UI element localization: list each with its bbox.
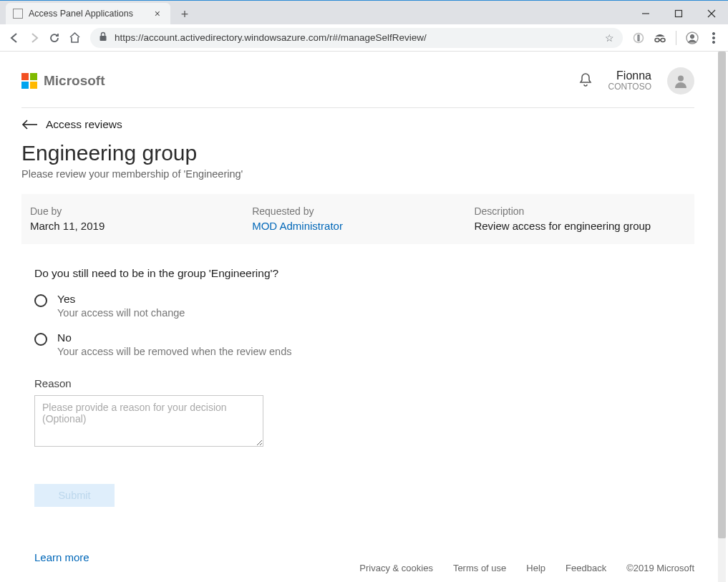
browser-tab[interactable]: Access Panel Applications ×	[6, 3, 170, 24]
option-no-title: No	[57, 331, 292, 344]
avatar[interactable]	[667, 67, 694, 94]
url-text: https://account.activedirectory.windowsa…	[115, 32, 599, 43]
option-yes-desc: Your access will not change	[57, 307, 185, 319]
option-no-desc: Your access will be removed when the rev…	[57, 346, 292, 357]
svg-point-12	[712, 37, 714, 39]
nav-back-button[interactable]	[4, 28, 24, 48]
svg-point-13	[712, 41, 714, 43]
learn-more-link[interactable]: Learn more	[34, 551, 89, 563]
page-title: Engineering group	[0, 131, 716, 165]
radio-yes[interactable]	[34, 294, 47, 307]
extension-icon[interactable]	[628, 28, 649, 48]
svg-point-8	[661, 38, 665, 42]
svg-point-14	[678, 76, 684, 82]
due-by-value: March 11, 2019	[30, 220, 235, 232]
reason-textarea[interactable]	[34, 395, 263, 447]
notifications-icon[interactable]	[578, 72, 593, 90]
submit-button[interactable]: Submit	[34, 484, 115, 507]
footer-privacy-link[interactable]: Privacy & cookies	[359, 563, 433, 573]
svg-rect-4	[100, 36, 107, 41]
svg-rect-6	[638, 35, 639, 41]
page-icon	[13, 9, 23, 19]
back-label: Access reviews	[46, 118, 122, 131]
browser-toolbar: https://account.activedirectory.windowsa…	[0, 24, 728, 52]
requested-by-label: Requested by	[252, 205, 457, 217]
user-org: CONTOSO	[608, 82, 651, 92]
svg-point-11	[712, 32, 714, 34]
footer-copyright: ©2019 Microsoft	[626, 563, 694, 573]
arrow-left-icon	[21, 120, 37, 130]
review-question: Do you still need to be in the group 'En…	[0, 244, 716, 280]
close-window-button[interactable]	[695, 3, 728, 24]
footer-terms-link[interactable]: Terms of use	[453, 563, 506, 573]
footer: Privacy & cookies Terms of use Help Feed…	[359, 563, 694, 573]
bookmark-star-icon[interactable]: ☆	[605, 32, 614, 44]
microsoft-logo[interactable]: Microsoft	[21, 73, 105, 89]
review-info-box: Due by March 11, 2019 Requested by MOD A…	[21, 194, 694, 244]
tab-title: Access Panel Applications	[29, 9, 133, 19]
incognito-icon[interactable]	[650, 28, 670, 48]
reload-button[interactable]	[44, 28, 64, 48]
page-content: Microsoft Fionna CONTOSO Access reviews …	[0, 52, 716, 582]
footer-feedback-link[interactable]: Feedback	[566, 563, 606, 573]
description-label: Description	[474, 205, 679, 217]
nav-forward-button[interactable]	[24, 28, 44, 48]
description-value: Review access for engineering group	[474, 220, 679, 232]
maximize-button[interactable]	[662, 3, 695, 24]
svg-point-10	[690, 34, 694, 38]
new-tab-button[interactable]: +	[175, 4, 195, 24]
close-tab-icon[interactable]: ×	[152, 8, 163, 19]
microsoft-logo-text: Microsoft	[44, 73, 105, 89]
option-no[interactable]: No Your access will be removed when the …	[0, 319, 716, 357]
option-yes-title: Yes	[57, 293, 185, 306]
option-yes[interactable]: Yes Your access will not change	[0, 280, 716, 319]
user-info[interactable]: Fionna CONTOSO	[608, 69, 651, 92]
radio-no[interactable]	[34, 333, 47, 346]
browser-titlebar: Access Panel Applications × +	[0, 0, 728, 24]
address-bar[interactable]: https://account.activedirectory.windowsa…	[90, 28, 623, 48]
profile-icon[interactable]	[682, 28, 702, 48]
toolbar-divider	[676, 31, 676, 45]
back-link[interactable]: Access reviews	[0, 108, 716, 131]
viewport: Microsoft Fionna CONTOSO Access reviews …	[0, 52, 728, 582]
svg-rect-1	[676, 11, 682, 17]
minimize-button[interactable]	[629, 3, 662, 24]
requested-by-link[interactable]: MOD Administrator	[252, 220, 343, 232]
due-by-label: Due by	[30, 205, 235, 217]
reason-label: Reason	[0, 357, 716, 389]
window-controls	[629, 3, 728, 24]
home-button[interactable]	[64, 28, 84, 48]
footer-help-link[interactable]: Help	[526, 563, 545, 573]
svg-point-7	[655, 38, 659, 42]
lock-icon	[99, 31, 107, 44]
scrollbar-thumb[interactable]	[718, 52, 726, 538]
page-subtitle: Please review your membership of 'Engine…	[0, 165, 716, 180]
user-name: Fionna	[608, 69, 651, 82]
kebab-menu-icon[interactable]	[704, 28, 724, 48]
microsoft-logo-icon	[21, 73, 37, 89]
site-header: Microsoft Fionna CONTOSO	[0, 52, 716, 107]
